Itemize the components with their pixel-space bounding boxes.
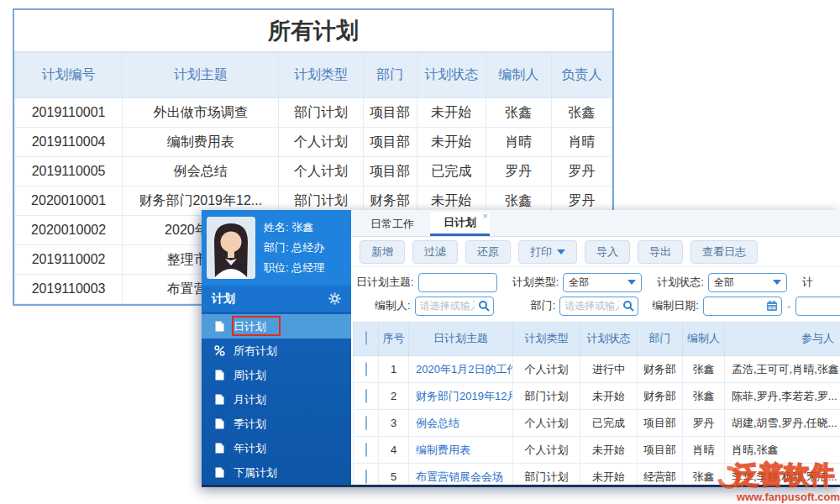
sidebar-item-monthly-plan[interactable]: 月计划 (202, 387, 351, 412)
red-highlight-box (232, 316, 281, 336)
column-header: 计划编号 (15, 53, 123, 98)
view-log-button[interactable]: 查看日志 (690, 240, 758, 264)
file-icon (214, 418, 225, 429)
sidebar-item-subordinate-plan[interactable]: 下属计划 (202, 460, 351, 485)
subject-link[interactable]: 2020年1月2日的工作日... (409, 356, 513, 383)
cell: 2019110004 (15, 128, 123, 157)
filter-button[interactable]: 过滤 (412, 240, 458, 264)
tab-daily-work[interactable]: 日常工作 (357, 212, 428, 236)
creation-date-label: 编制日期: (652, 298, 699, 313)
cell: 2019110002 (15, 245, 123, 275)
department-cell: 经营部 (638, 464, 683, 486)
screen: 所有计划 计划编号计划主题计划类型部门计划状态编制人负责人 2019110001… (0, 0, 840, 504)
plan-status-label: 计划状态: (657, 275, 704, 290)
row-number-cell: 2 (379, 383, 409, 410)
row-checkbox[interactable] (365, 470, 367, 484)
subject-link[interactable]: 布置营销展会会场 (409, 464, 513, 486)
add-button[interactable]: 新增 (360, 240, 405, 264)
subject-link[interactable]: 财务部门2019年12月的... (409, 383, 513, 410)
subject-link[interactable]: 例会总结 (409, 410, 513, 437)
cell: 项目部 (363, 128, 417, 157)
select-all-checkbox[interactable] (365, 331, 367, 345)
date-to-input[interactable] (795, 297, 840, 316)
creator-cell: 罗丹 (683, 410, 725, 437)
tab-daily-plan[interactable]: 日计划× (430, 212, 490, 236)
filter-panel: 日计划主题: 计划类型: 全部 计划状态: 全部 计 编制人: (351, 267, 840, 319)
search-icon[interactable] (622, 300, 634, 312)
close-icon[interactable]: × (483, 212, 488, 221)
toolbar: 新增过滤还原打印导入导出查看日志 (351, 237, 840, 267)
cell: 肖晴 (486, 128, 551, 157)
sidebar-item-yearly-plan[interactable]: 年计划 (202, 436, 351, 460)
table-row: 3例会总结个人计划已完成项目部罗丹胡建,胡雪,罗丹,任晓... (354, 410, 840, 437)
checkbox-cell (354, 383, 379, 410)
cell: 例会总结 (123, 157, 279, 186)
participants-cell: 孟浩,王可可,肖晴,张鑫 (725, 356, 840, 383)
sidebar-item-all-plans[interactable]: 所有计划 (202, 339, 351, 363)
export-button[interactable]: 导出 (638, 240, 683, 264)
file-icon (214, 467, 225, 478)
row-number-cell: 3 (379, 410, 409, 437)
tab-label: 日常工作 (370, 218, 414, 230)
row-checkbox[interactable] (365, 416, 367, 430)
column-header: 计划状态 (580, 323, 638, 356)
chevron-down-icon (773, 280, 781, 285)
subject-link[interactable]: 编制费用表 (409, 437, 513, 464)
column-header: 计划状态 (417, 53, 486, 98)
cell: 未开始 (417, 98, 486, 128)
cell: 未开始 (417, 128, 486, 157)
sidebar-item-weekly-plan[interactable]: 周计划 (202, 363, 351, 387)
row-checkbox[interactable] (365, 362, 367, 376)
cell: 个人计划 (279, 157, 363, 186)
main-panel: 日常工作日计划× 新增过滤还原打印导入导出查看日志 日计划主题: 计划类型: 全… (351, 210, 840, 485)
plan-status-cell: 已完成 (580, 410, 638, 437)
daily-plan-window: 姓名: 张鑫 部门: 总经办 职位: 总经理 计划 日计划所有计划周计划月计 (202, 210, 840, 487)
column-header: 计划主题 (123, 53, 279, 98)
plan-type-cell: 个人计划 (513, 437, 580, 464)
profile-name: 姓名: 张鑫 (264, 218, 324, 238)
plan-status-select[interactable]: 全部 (708, 273, 787, 292)
table-row: 2019110005例会总结个人计划项目部已完成罗丹罗丹 (15, 157, 612, 186)
table-header-row: 序号日计划主题计划类型计划状态部门编制人参与人 (354, 323, 840, 356)
daily-plan-subject-input[interactable] (418, 273, 497, 292)
import-button[interactable]: 导入 (585, 240, 630, 264)
file-icon (214, 443, 225, 454)
button-label: 导入 (596, 244, 618, 260)
avatar (207, 217, 255, 279)
button-label: 还原 (477, 244, 499, 260)
checkbox-cell (354, 437, 379, 464)
chevron-down-icon (557, 249, 565, 255)
file-icon (214, 394, 225, 405)
button-label: 查看日志 (702, 244, 746, 260)
table-header-row: 计划编号计划主题计划类型部门计划状态编制人负责人 (15, 53, 612, 98)
file-icon (214, 370, 225, 381)
department-cell: 项目部 (638, 437, 683, 464)
file-icon (214, 321, 225, 332)
plan-type-cell: 部门计划 (513, 464, 580, 486)
row-checkbox[interactable] (365, 443, 367, 457)
user-profile: 姓名: 张鑫 部门: 总经办 职位: 总经理 (202, 210, 351, 286)
calendar-icon[interactable] (766, 300, 778, 312)
button-label: 打印 (530, 244, 552, 260)
sidebar-item-quarterly-plan[interactable]: 季计划 (202, 412, 351, 436)
column-header: 计划类型 (279, 53, 363, 98)
plan-type-select[interactable]: 全部 (563, 273, 642, 292)
print-button[interactable]: 打印 (518, 240, 577, 264)
cell: 2020010001 (15, 186, 123, 216)
gear-icon[interactable] (328, 292, 341, 305)
row-number-cell: 5 (379, 464, 409, 486)
sidebar-section-plan[interactable]: 计划 (202, 286, 351, 312)
restore-button[interactable]: 还原 (465, 240, 511, 264)
department-label: 部门: (531, 298, 556, 313)
clipped-filter-label: 计 (802, 275, 813, 290)
search-icon[interactable] (478, 300, 490, 312)
daily-plan-subject-label: 日计划主题: (356, 275, 414, 290)
tab-bar: 日常工作日计划× (351, 210, 840, 237)
watermark: 泛普软件 www.fanpusoft.com (716, 459, 840, 503)
cell: 肖晴 (551, 128, 612, 157)
row-checkbox[interactable] (365, 389, 367, 403)
cell: 个人计划 (279, 128, 363, 157)
plan-status-cell: 未开始 (580, 383, 638, 410)
plan-type-cell: 个人计划 (513, 410, 580, 437)
cell: 罗丹 (551, 157, 612, 186)
